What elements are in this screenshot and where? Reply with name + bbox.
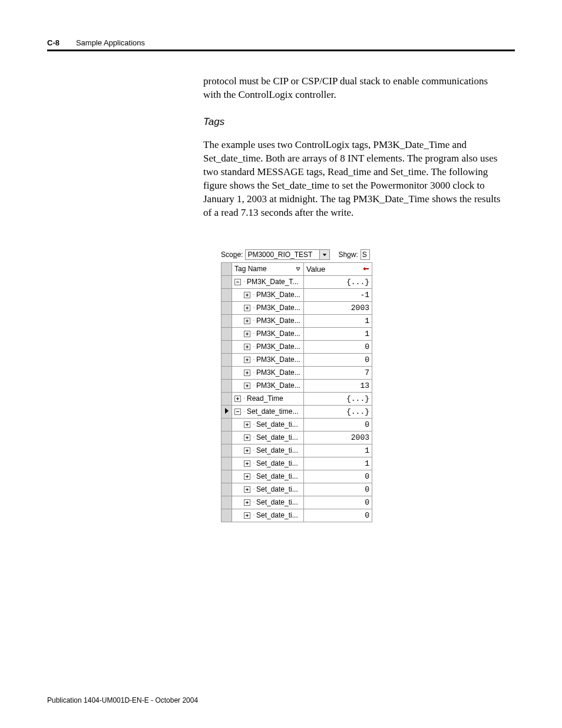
tag-name-cell[interactable]: ·PM3K_Date... bbox=[232, 340, 304, 353]
tag-name-cell[interactable]: ·Set_date_ti... bbox=[232, 483, 304, 496]
row-gutter[interactable] bbox=[222, 275, 232, 288]
tag-value-cell[interactable]: 7 bbox=[304, 366, 372, 379]
row-gutter[interactable] bbox=[222, 457, 232, 470]
tag-name-cell[interactable]: ·PM3K_Date... bbox=[232, 379, 304, 392]
gutter-header bbox=[222, 262, 232, 275]
tag-name-cell[interactable]: ·Set_date_ti... bbox=[232, 444, 304, 457]
row-gutter[interactable] bbox=[222, 431, 232, 444]
expand-icon[interactable] bbox=[244, 499, 250, 506]
tag-name-cell[interactable]: ·Read_Time bbox=[232, 392, 304, 405]
row-gutter[interactable] bbox=[222, 340, 232, 353]
collapse-icon[interactable] bbox=[234, 409, 241, 415]
tag-name-cell[interactable]: ·Set_date_time... bbox=[232, 405, 304, 418]
tag-value-cell[interactable]: 13 bbox=[304, 379, 372, 392]
tree-connector: · bbox=[243, 396, 246, 401]
row-gutter[interactable] bbox=[222, 314, 232, 327]
row-gutter[interactable] bbox=[222, 301, 232, 314]
tree-connector: · bbox=[253, 370, 255, 375]
tag-value-cell[interactable]: 2003 bbox=[304, 431, 372, 444]
tag-name-cell[interactable]: ·PM3K_Date... bbox=[232, 301, 304, 314]
row-gutter[interactable] bbox=[222, 366, 232, 379]
tag-value-cell[interactable]: {...} bbox=[304, 392, 372, 405]
expand-icon[interactable] bbox=[244, 318, 250, 324]
show-input[interactable]: S bbox=[361, 249, 370, 260]
tree-connector: · bbox=[253, 486, 255, 492]
expand-icon[interactable] bbox=[244, 486, 250, 493]
row-gutter[interactable] bbox=[222, 288, 232, 301]
expand-icon[interactable] bbox=[244, 512, 250, 519]
tagname-header-text: Tag Name bbox=[234, 265, 267, 273]
row-gutter[interactable] bbox=[222, 353, 232, 366]
tree-connector: · bbox=[253, 292, 255, 298]
collapse-icon[interactable] bbox=[234, 279, 241, 285]
tag-name-text: Set_date_ti... bbox=[256, 420, 298, 429]
tag-value-cell[interactable]: 1 bbox=[304, 457, 372, 470]
tag-value-cell[interactable]: 0 bbox=[304, 418, 372, 431]
tag-monitor-figure: Scope: PM3000_RIO_TEST Show: S bbox=[221, 249, 503, 522]
tag-value-cell[interactable]: 1 bbox=[304, 444, 372, 457]
expand-icon[interactable] bbox=[244, 434, 250, 441]
tag-name-cell[interactable]: ·PM3K_Date... bbox=[232, 327, 304, 340]
expand-icon[interactable] bbox=[244, 292, 250, 298]
value-header[interactable]: Value bbox=[304, 262, 372, 275]
expand-icon[interactable] bbox=[244, 331, 250, 337]
expand-icon[interactable] bbox=[244, 305, 250, 311]
tag-name-cell[interactable]: ·Set_date_ti... bbox=[232, 496, 304, 509]
sort-icon[interactable] bbox=[295, 266, 301, 272]
tree-connector: · bbox=[253, 499, 255, 505]
tag-name-cell[interactable]: ·PM3K_Date_T... bbox=[232, 275, 304, 288]
expand-icon[interactable] bbox=[244, 370, 250, 376]
expand-icon[interactable] bbox=[244, 383, 250, 389]
expand-icon[interactable] bbox=[244, 460, 250, 467]
expand-icon[interactable] bbox=[244, 447, 250, 454]
tag-value-cell[interactable]: 0 bbox=[304, 470, 372, 483]
tag-value-cell[interactable]: 0 bbox=[304, 483, 372, 496]
tree-connector: · bbox=[253, 344, 255, 350]
tag-name-cell[interactable]: ·Set_date_ti... bbox=[232, 418, 304, 431]
tree-connector: · bbox=[253, 305, 255, 311]
expand-icon[interactable] bbox=[234, 396, 241, 402]
row-gutter[interactable] bbox=[222, 405, 232, 418]
expand-icon[interactable] bbox=[244, 344, 250, 350]
expand-icon[interactable] bbox=[244, 473, 250, 480]
row-gutter[interactable] bbox=[222, 444, 232, 457]
row-gutter[interactable] bbox=[222, 327, 232, 340]
tag-value-cell[interactable]: 0 bbox=[304, 340, 372, 353]
tag-name-cell[interactable]: ·PM3K_Date... bbox=[232, 353, 304, 366]
tag-name-cell[interactable]: ·Set_date_ti... bbox=[232, 509, 304, 522]
tree-connector: · bbox=[253, 473, 255, 479]
tag-value-cell[interactable]: 2003 bbox=[304, 301, 372, 314]
tag-name-cell[interactable]: ·Set_date_ti... bbox=[232, 457, 304, 470]
tag-name-cell[interactable]: ·Set_date_ti... bbox=[232, 431, 304, 444]
tag-name-cell[interactable]: ·PM3K_Date... bbox=[232, 366, 304, 379]
show-value: S bbox=[362, 251, 367, 259]
tag-value-cell[interactable]: {...} bbox=[304, 405, 372, 418]
svg-marker-0 bbox=[323, 253, 326, 256]
tag-value-cell[interactable]: 0 bbox=[304, 353, 372, 366]
tag-name-text: PM3K_Date... bbox=[256, 381, 300, 390]
row-gutter[interactable] bbox=[222, 509, 232, 522]
row-gutter[interactable] bbox=[222, 470, 232, 483]
tag-name-text: PM3K_Date... bbox=[256, 317, 300, 325]
expand-icon[interactable] bbox=[244, 421, 250, 428]
tag-value-cell[interactable]: 1 bbox=[304, 314, 372, 327]
page-number: C-8 bbox=[47, 38, 59, 47]
tag-name-cell[interactable]: ·PM3K_Date... bbox=[232, 288, 304, 301]
tagname-header[interactable]: Tag Name bbox=[232, 262, 304, 275]
row-gutter[interactable] bbox=[222, 483, 232, 496]
tag-value-cell[interactable]: -1 bbox=[304, 288, 372, 301]
tag-value-cell[interactable]: 0 bbox=[304, 509, 372, 522]
arrow-left-icon bbox=[362, 266, 369, 272]
expand-icon[interactable] bbox=[244, 357, 250, 363]
row-gutter[interactable] bbox=[222, 418, 232, 431]
tag-name-cell[interactable]: ·PM3K_Date... bbox=[232, 314, 304, 327]
tag-name-cell[interactable]: ·Set_date_ti... bbox=[232, 470, 304, 483]
row-gutter[interactable] bbox=[222, 496, 232, 509]
dropdown-arrow-icon[interactable] bbox=[319, 250, 329, 259]
tag-value-cell[interactable]: 1 bbox=[304, 327, 372, 340]
row-gutter[interactable] bbox=[222, 392, 232, 405]
row-gutter[interactable] bbox=[222, 379, 232, 392]
tag-value-cell[interactable]: {...} bbox=[304, 275, 372, 288]
tag-value-cell[interactable]: 0 bbox=[304, 496, 372, 509]
scope-dropdown[interactable]: PM3000_RIO_TEST bbox=[245, 249, 330, 260]
